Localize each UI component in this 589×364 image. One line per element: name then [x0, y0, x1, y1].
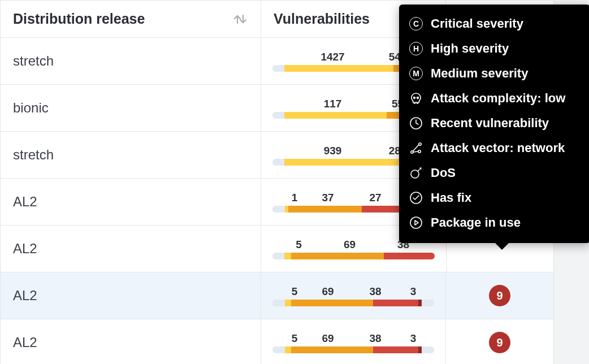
- risk-badge[interactable]: 9: [489, 332, 510, 353]
- vulnerabilities-cell: 569383: [261, 272, 446, 319]
- risk-cell: 9: [446, 319, 553, 364]
- tooltip-item: Attack complexity: low: [408, 86, 580, 111]
- vuln-count: 3: [399, 285, 427, 298]
- vuln-count: 37: [304, 192, 352, 204]
- vuln-count: 939: [285, 145, 381, 157]
- risk-cell: 9: [446, 272, 553, 319]
- vuln-count: 5: [285, 285, 304, 298]
- vuln-bar-segment: [384, 253, 435, 259]
- risk-factors-tooltip: CCritical severityHHigh severityMMedium …: [399, 5, 589, 243]
- distribution-cell: AL2: [1, 226, 261, 272]
- distribution-cell: stretch: [1, 38, 261, 84]
- sort-icon[interactable]: [232, 13, 248, 25]
- vuln-bar-segment: [284, 112, 386, 119]
- vulnerability-bar: [272, 253, 435, 259]
- vuln-count: 38: [352, 285, 399, 298]
- tooltip-item: DoS: [408, 161, 580, 185]
- vulnerability-counts: 569383: [261, 285, 445, 300]
- vuln-bar-segment: [291, 253, 383, 259]
- package-icon: [408, 215, 424, 231]
- vuln-bar-segment: [291, 346, 373, 353]
- vuln-count: 5: [285, 239, 313, 251]
- table-row[interactable]: AL25693839: [1, 319, 553, 364]
- column-header-label: Distribution release: [13, 11, 145, 27]
- tooltip-label: High severity: [431, 41, 509, 56]
- dos-icon: [408, 165, 424, 181]
- tooltip-label: Medium severity: [431, 66, 528, 81]
- distribution-cell: bionic: [1, 85, 261, 131]
- vuln-bar-segment: [285, 346, 291, 353]
- vulnerabilities-cell: 569383: [261, 319, 446, 364]
- vuln-count: 117: [285, 98, 381, 110]
- vuln-bar-segment: [284, 65, 393, 72]
- tooltip-item: Recent vulnerability: [408, 111, 580, 136]
- tooltip-item: HHigh severity: [408, 36, 580, 61]
- distribution-cell: AL2: [1, 272, 261, 319]
- risk-badge[interactable]: 9: [489, 285, 510, 306]
- vuln-count: 5: [285, 332, 304, 345]
- vulnerability-bar: [272, 346, 434, 353]
- attack-vector-icon: [408, 140, 424, 156]
- vuln-bar-segment: [288, 206, 362, 213]
- tooltip-label: Critical severity: [431, 16, 523, 31]
- attack-complexity-icon: [408, 90, 424, 106]
- table-row[interactable]: AL25693839: [1, 272, 553, 319]
- column-header-label: Vulnerabilities: [274, 11, 370, 27]
- tooltip-label: Attack complexity: low: [431, 91, 565, 106]
- vuln-count: 27: [352, 192, 399, 204]
- vuln-count: 1: [285, 192, 304, 204]
- vuln-bar-segment: [291, 300, 373, 306]
- tooltip-label: Recent vulnerability: [431, 116, 549, 131]
- tooltip-item: MMedium severity: [408, 61, 580, 86]
- vuln-bar-segment: [373, 300, 418, 306]
- distribution-cell: AL2: [1, 319, 261, 364]
- distribution-cell: stretch: [1, 132, 261, 178]
- vuln-count: 1427: [285, 51, 381, 63]
- vulnerability-bar: [272, 300, 434, 306]
- vuln-bar-segment: [284, 253, 291, 259]
- column-header-distribution[interactable]: Distribution release: [1, 1, 261, 37]
- vuln-count: 3: [399, 332, 427, 345]
- has-fix-icon: [408, 190, 424, 206]
- recent-icon: [408, 115, 424, 131]
- tooltip-item: Has fix: [408, 185, 580, 210]
- tooltip-item: CCritical severity: [408, 11, 580, 36]
- distribution-cell: AL2: [1, 179, 261, 225]
- vulnerability-counts: 569383: [261, 332, 445, 346]
- tooltip-label: Package in use: [431, 215, 521, 230]
- vuln-bar-segment: [284, 159, 399, 166]
- vuln-count: 38: [352, 332, 399, 345]
- vuln-count: 69: [313, 239, 387, 251]
- svg-point-0: [414, 97, 415, 99]
- vuln-count: 69: [304, 285, 352, 298]
- tooltip-label: Has fix: [431, 190, 471, 205]
- tooltip-label: Attack vector: network: [431, 141, 565, 155]
- critical-icon: C: [408, 16, 424, 32]
- vuln-bar-segment: [373, 346, 418, 353]
- medium-icon: M: [408, 66, 424, 81]
- tooltip-item: Package in use: [408, 210, 580, 235]
- tooltip-item: Attack vector: network: [408, 136, 580, 161]
- tooltip-label: DoS: [431, 166, 456, 180]
- vuln-bar-segment: [285, 300, 291, 306]
- vuln-count: 69: [304, 332, 352, 345]
- high-icon: H: [408, 41, 424, 57]
- svg-point-8: [410, 217, 422, 228]
- svg-point-1: [417, 97, 419, 99]
